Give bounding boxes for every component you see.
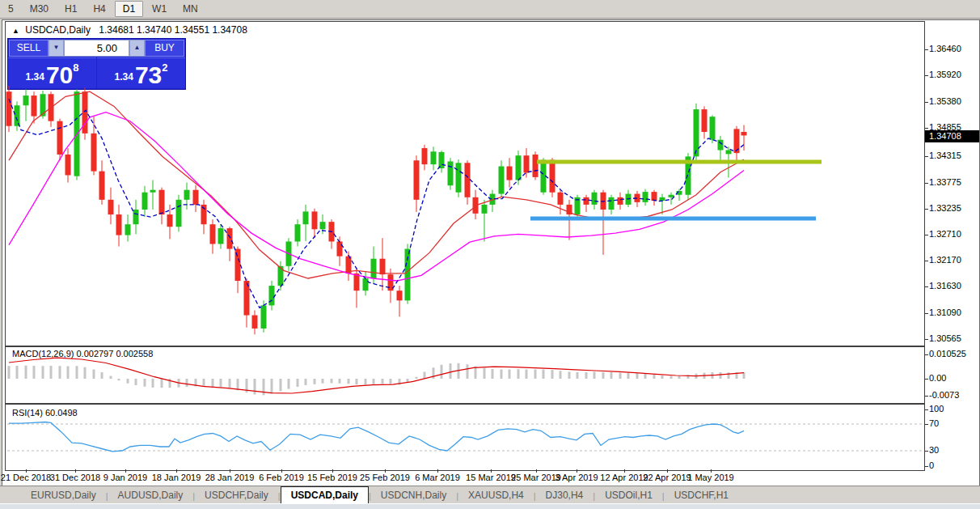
tab-audusd-daily[interactable]: AUDUSD,Daily [108,487,193,503]
candle-body [252,316,258,329]
candle-body [32,95,37,117]
date-axis-label: 31 Dec 2018 [50,473,100,482]
macd-histogram-bar [560,371,562,379]
candle-body [422,148,428,164]
macd-histogram-bar [186,379,188,387]
macd-histogram-bar [501,370,503,379]
macd-histogram-bar [254,379,256,394]
price-axis-tick [925,261,928,261]
macd-histogram-bar [237,379,239,390]
tab-dj30-h4[interactable]: DJ30,H4 [536,487,593,503]
timeframe-button-w1[interactable]: W1 [145,2,174,16]
price-axis-label: 1.34855 [929,122,961,132]
macd-canvas[interactable] [7,347,923,402]
date-axis-label: 18 Jan 2019 [152,473,201,482]
candle-body [584,197,589,205]
macd-histogram-bar [212,379,214,387]
candle-body [303,211,309,224]
candle-body [337,241,343,256]
macd-histogram-bar [728,372,730,379]
tab-usdoil-h1[interactable]: USDOil,H1 [595,487,662,503]
candle-body [524,155,530,172]
timeframe-button-d1[interactable]: D1 [115,1,143,17]
tab-eurusd-daily[interactable]: EURUSD,Daily [21,487,106,503]
candle-body [414,160,420,200]
timeframe-button-mn[interactable]: MN [175,2,205,16]
price-axis-label: 1.32170 [929,255,961,265]
candle-body [99,172,105,200]
macd-histogram-bar [25,366,27,379]
timeframe-toolbar: 5M30H1H4D1W1MN [0,0,980,19]
current-price-badge: 1.34708 [925,130,979,142]
macd-histogram-bar [382,379,384,384]
macd-histogram-bar [585,372,588,379]
macd-histogram-bar [551,370,554,379]
macd-histogram-bar [577,372,579,379]
macd-histogram-bar [348,379,350,384]
macd-histogram-bar [509,370,511,379]
macd-histogram-bar [424,371,426,379]
macd-histogram-bar [127,379,129,384]
candle-body [57,121,63,155]
price-axis-tick [925,75,928,76]
candle-body [363,278,369,291]
rsi-canvas[interactable] [7,405,923,470]
candle-body [550,160,555,193]
macd-histogram-bar [720,372,722,379]
date-axis-label: 21 Dec 2018 [1,473,51,482]
price-axis-label: 1.33775 [929,177,961,187]
macd-histogram-bar [135,379,137,385]
candles-layer [6,86,747,334]
rsi-axis-label: 30 [929,445,939,455]
price-axis-label: 1.31630 [929,281,961,291]
macd-axis-tick [925,354,928,355]
macd-histogram-bar [42,366,44,379]
tab-usdcad-daily[interactable]: USDCAD,Daily [281,486,369,503]
candle-body [210,224,216,244]
macd-histogram-bar [467,364,469,379]
timeframe-button-h1[interactable]: H1 [57,2,84,16]
tab-xauusd-h4[interactable]: XAUUSD,H4 [458,487,534,503]
tab-usdchf-daily[interactable]: USDCHF,Daily [195,487,278,503]
candle-body [533,155,539,177]
macd-histogram-bar [288,379,290,389]
price-axis-tick [925,286,928,287]
macd-histogram-bar [416,377,418,379]
candle-body [108,200,114,214]
tab-usdchf-h1[interactable]: USDCHF,H1 [665,487,738,503]
rsi-axis-label: 70 [929,418,939,428]
candle-body [15,105,20,126]
timeframe-button-m30[interactable]: M30 [23,2,56,16]
date-axis-label: 15 Mar 2019 [466,473,516,482]
price-axis-label: 1.31090 [929,308,961,317]
candle-body [295,224,301,241]
macd-histogram-bar [229,379,231,388]
candle-body [184,190,190,200]
macd-histogram-bar [373,379,375,384]
candle-body [142,193,148,210]
macd-histogram-bar [59,366,61,379]
price-axis-label: 1.36460 [929,44,961,53]
candle-body [456,163,462,192]
tab-usdcnh-daily[interactable]: USDCNH,Daily [371,487,456,503]
candle-body [482,205,488,214]
candle-body [193,190,199,205]
timeframe-button-5[interactable]: 5 [1,2,21,16]
price-chart-canvas[interactable] [7,22,923,344]
macd-histogram-bar [670,376,673,379]
macd-histogram-bar [297,379,299,387]
candle-body [125,224,131,235]
macd-histogram-bar [534,370,537,379]
macd-histogram-bar [203,379,205,387]
date-axis-label: 9 Jan 2019 [103,473,147,482]
macd-histogram-bar [390,379,392,384]
macd-histogram-bar [271,379,273,393]
macd-axis-tick [925,379,928,380]
macd-histogram-bar [33,366,36,379]
price-axis-tick [925,209,928,210]
candle-body [397,291,403,300]
timeframe-button-h4[interactable]: H4 [86,2,112,16]
candle-body [65,155,71,176]
macd-histogram-bar [407,379,409,382]
candle-body [516,155,522,180]
